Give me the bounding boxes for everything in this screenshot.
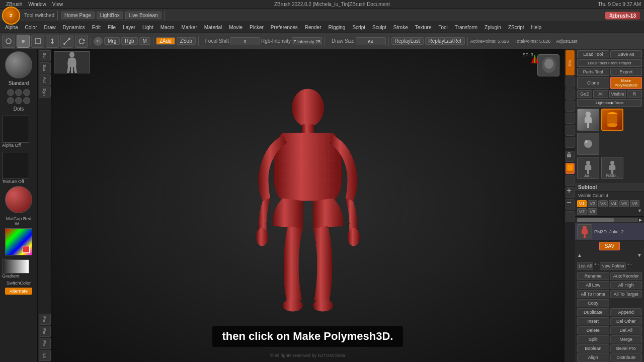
export-btn[interactable]: Export: [610, 68, 642, 76]
all-low-btn[interactable]: All Low: [577, 281, 609, 289]
color-btn[interactable]: C: [94, 37, 103, 46]
zoom-out-btn[interactable]: [566, 199, 575, 210]
adjust-last-label[interactable]: AdjustLast: [556, 39, 577, 44]
subtool-expand-arrow[interactable]: ▶: [639, 218, 642, 222]
active-tool-btn[interactable]: [566, 163, 575, 174]
zbrush-logo[interactable]: Z: [2, 7, 20, 25]
replay-last-rel-btn[interactable]: ReplayLastRel: [425, 37, 465, 45]
list-all-btn[interactable]: List All: [577, 262, 593, 270]
nav-zplugin[interactable]: Zplugin: [481, 25, 504, 30]
deformation-icon-btn[interactable]: [566, 137, 575, 148]
frame-icon-btn[interactable]: [566, 211, 575, 222]
live-boolean-btn[interactable]: Live Boolean: [125, 12, 162, 19]
rename-btn[interactable]: Rename: [577, 272, 609, 280]
dot-cell-4[interactable]: [7, 97, 14, 104]
dot-cell-3[interactable]: [23, 89, 30, 96]
load-tools-project-btn[interactable]: Load Tools From Project: [577, 59, 642, 67]
visibility-icon-btn[interactable]: [566, 125, 575, 136]
save-as-btn[interactable]: Save As: [610, 50, 642, 58]
insert-btn[interactable]: Insert: [577, 317, 609, 325]
nav-dynamics[interactable]: Dynamics: [60, 25, 88, 30]
nav-file[interactable]: File: [105, 25, 119, 30]
split-btn[interactable]: Split: [577, 335, 609, 343]
nav-layer[interactable]: Layer: [120, 25, 138, 30]
lock-icon-btn[interactable]: [566, 151, 575, 162]
menu-window[interactable]: Window: [25, 2, 49, 7]
tool-move-icon[interactable]: [46, 35, 59, 48]
subtool-scroll-down-btn[interactable]: ▼: [637, 252, 642, 258]
subtool-expand-icon[interactable]: ▼: [637, 208, 642, 215]
subtool-tab-v2[interactable]: V2: [588, 200, 597, 207]
polygroup-icon-btn[interactable]: [566, 113, 575, 124]
side-persp-btn[interactable]: Per: [39, 326, 51, 337]
subtool-slider[interactable]: [577, 218, 638, 222]
thumb-pm3d-julie3d[interactable]: PM3D...: [601, 157, 623, 179]
subtool-tab-v8[interactable]: V8: [588, 208, 597, 215]
nav-transform[interactable]: Transform: [452, 25, 480, 30]
render-icon-btn[interactable]: [566, 175, 575, 186]
nav-material[interactable]: Material: [201, 25, 225, 30]
nav-picker[interactable]: Picker: [247, 25, 267, 30]
mini-view-indicator[interactable]: [537, 54, 559, 76]
subtool-item-active[interactable]: PM3D_Julie_2: [575, 223, 644, 241]
nav-edit[interactable]: Edit: [89, 25, 104, 30]
tool-rotate-icon[interactable]: [75, 35, 88, 48]
matcap-preview[interactable]: [5, 186, 32, 213]
menu-view[interactable]: View: [49, 2, 66, 7]
make-polymesh3d-btn[interactable]: Make PolyMesh3D: [610, 77, 642, 89]
all-to-target-btn[interactable]: All To Target: [610, 290, 642, 298]
nav-preferences[interactable]: Preferences: [268, 25, 301, 30]
side-frame-btn[interactable]: Fra: [39, 314, 51, 325]
nav-marker[interactable]: Marker: [179, 25, 200, 30]
zoom-in-btn[interactable]: [566, 187, 575, 198]
dot-cell-6[interactable]: [23, 97, 30, 104]
menu-zbrush[interactable]: ZBrush: [3, 2, 25, 7]
lightbox-tools-btn[interactable]: Lightbox▶Tools: [577, 99, 642, 107]
replay-last-btn[interactable]: ReplayLast: [391, 37, 424, 45]
plugin-label[interactable]: #zbrush-13: [605, 12, 640, 19]
canvas-area[interactable]: SPi 3 then click on Make Polymesh3D. © a…: [52, 49, 564, 362]
z-intensity-slider[interactable]: Z Intensity 25: [292, 37, 322, 45]
distribute-btn[interactable]: Distribute: [610, 353, 642, 361]
subtool-icon-btn[interactable]: [566, 76, 575, 87]
subtool-tab-v3[interactable]: V3: [598, 200, 608, 207]
dot-cell-2[interactable]: [15, 89, 22, 96]
save-subtool-btn[interactable]: SAV: [599, 242, 620, 250]
merge-btn[interactable]: Merge: [610, 335, 642, 343]
del-all-btn[interactable]: Del All: [610, 326, 642, 334]
duplicate-btn[interactable]: Duplicate: [577, 308, 609, 316]
draw-size-slider[interactable]: 64: [356, 37, 386, 45]
align-btn[interactable]: Align: [577, 353, 609, 361]
side-actual-btn[interactable]: Act: [39, 74, 51, 85]
subtool-tab-v4[interactable]: V4: [609, 200, 618, 207]
m-btn[interactable]: M: [139, 37, 150, 45]
r-btn[interactable]: R: [627, 90, 642, 98]
brush-preview[interactable]: [5, 51, 32, 78]
nav-light[interactable]: Light: [139, 25, 156, 30]
texture-preview[interactable]: [2, 152, 29, 179]
dot-cell-1[interactable]: [7, 89, 14, 96]
all-btn[interactable]: All: [593, 90, 608, 98]
side-light-btn[interactable]: Lit: [39, 350, 51, 361]
side-sculpt-btn[interactable]: Scu: [39, 62, 51, 73]
thumb-pm3d-julie2-large[interactable]: [577, 109, 599, 131]
nav-rigging[interactable]: Rigging: [326, 25, 349, 30]
autoreorder-btn[interactable]: AutoReorder: [610, 272, 642, 280]
tool-draw-icon[interactable]: [2, 35, 15, 48]
boolean-btn[interactable]: Boolean: [577, 344, 609, 352]
mrg-btn[interactable]: Mrg: [104, 37, 120, 45]
nav-draw[interactable]: Draw: [41, 25, 58, 30]
surface-icon-btn[interactable]: [566, 101, 575, 112]
geo-icon-btn[interactable]: [566, 88, 575, 100]
dot-cell-5[interactable]: [15, 97, 22, 104]
nav-sculpt[interactable]: Sculpt: [369, 25, 389, 30]
color-picker[interactable]: [5, 228, 32, 255]
tool-palette-active-btn[interactable]: Tool: [566, 50, 575, 75]
bevel-pro-btn[interactable]: Bevel Pro: [610, 344, 642, 352]
load-tool-btn[interactable]: Load Tool: [577, 50, 609, 58]
thumb-cylinder3d[interactable]: [601, 109, 623, 131]
side-scroll-btn[interactable]: Scr: [39, 50, 51, 61]
thumb-julie-small[interactable]: Juli...: [577, 157, 599, 179]
nav-color[interactable]: Color: [22, 25, 40, 30]
append-btn[interactable]: Append: [610, 308, 642, 316]
